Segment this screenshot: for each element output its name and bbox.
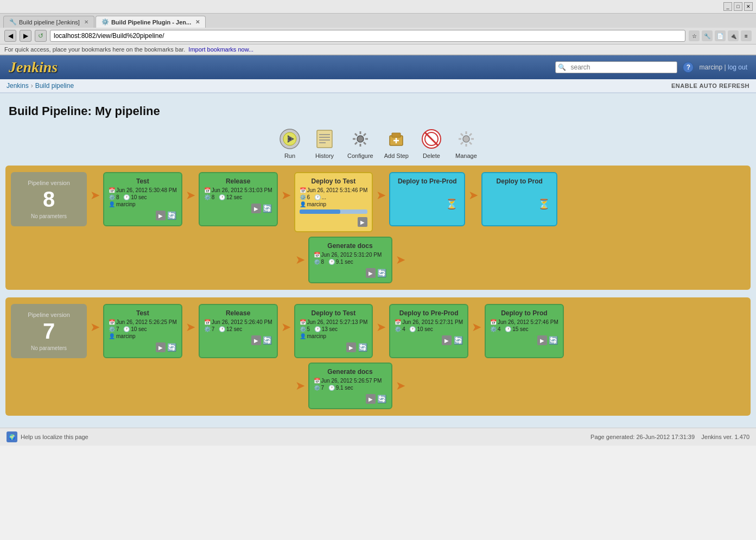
toolbar-run[interactable]: Run <box>278 127 302 159</box>
stage-card-test-1: Test 📅 Jun 26, 2012 5:30:48 PM ⚙️ 8 🕐 10… <box>103 172 182 226</box>
stage-date-test-1: 📅 Jun 26, 2012 5:30:48 PM <box>109 187 177 193</box>
stage-rebuild-prod-2[interactable]: 🔄 <box>549 335 558 345</box>
nav-icons: ☆ 🔧 📄 🔌 ≡ <box>689 30 752 41</box>
toolbar-configure[interactable]: Configure <box>347 127 373 159</box>
bookmark-star-icon[interactable]: ☆ <box>689 30 700 41</box>
page-footer: 🌍 Help us localize this page Page genera… <box>0 428 756 446</box>
stage-console-test-1[interactable]: ▶ <box>156 211 166 220</box>
stage-console-release-2[interactable]: ▶ <box>251 335 261 345</box>
stage-console-deploy-test-2[interactable]: ▶ <box>346 342 356 352</box>
import-bookmarks-link[interactable]: Import bookmarks now... <box>188 46 253 53</box>
stage-meta-prod-2: ⚙️ 4 🕐 15 sec <box>490 326 558 332</box>
run-label: Run <box>284 153 295 159</box>
toolbar-add-step[interactable]: Add Step <box>384 127 409 159</box>
back-button[interactable]: ◀ <box>4 30 16 42</box>
stage-meta-gen-docs-1: ⚙️ 8 🕐 9.1 sec <box>314 259 387 265</box>
stage-card-release-1: Release 📅 Jun 26, 2012 5:31:03 PM ⚙️ 8 🕐… <box>199 172 278 226</box>
stage-title-pre-prod-2: Deploy to Pre-Prod <box>395 309 463 317</box>
stage-rebuild-gen-docs-1[interactable]: 🔄 <box>377 268 387 278</box>
svg-line-17 <box>355 142 357 144</box>
hourglass-pre-prod-1: ⏳ <box>446 198 458 210</box>
tab-favicon-1: 🔧 <box>9 18 17 26</box>
main-content: Build Pipeline: My pipeline Run <box>0 93 756 428</box>
tools-icon[interactable]: 🔧 <box>702 30 713 41</box>
maximize-button[interactable]: □ <box>734 2 742 11</box>
stage-console-release-1[interactable]: ▶ <box>251 204 261 213</box>
stage-console-gen-docs-1[interactable]: ▶ <box>366 268 376 278</box>
stage-console-gen-docs-2[interactable]: ▶ <box>366 394 376 404</box>
manage-icon <box>454 127 478 151</box>
search-input[interactable] <box>568 62 677 73</box>
svg-rect-19 <box>392 133 401 137</box>
stage-console-deploy-test-1[interactable]: ▶ <box>358 217 367 227</box>
svg-line-32 <box>469 134 472 136</box>
stage-meta-pre-prod-2: ⚙️ 4 🕐 10 sec <box>395 326 463 332</box>
tab-bar: 🔧 Build pipeline [Jenkins] ✕ ⚙️ Build Pi… <box>0 14 756 28</box>
breadcrumb-build-pipeline[interactable]: Build pipeline <box>35 82 74 90</box>
stage-card-prod-1: Deploy to Prod ⏳ <box>481 172 557 226</box>
stage-meta-deploy-test-1: ⚙️ 6 🕐 ... <box>300 194 368 200</box>
stage-console-pre-prod-2[interactable]: ▶ <box>442 335 452 345</box>
stage-rebuild-deploy-test-2[interactable]: 🔄 <box>358 342 367 352</box>
add-step-icon <box>384 127 408 151</box>
jenkins-header: Jenkins 🔍 ? marcinp | log out <box>0 55 756 79</box>
stage-card-gen-docs-1: Generate docs 📅 Jun 26, 2012 5:31:20 PM … <box>308 237 392 283</box>
svg-point-9 <box>357 136 364 142</box>
stage-footer-deploy-test-2: ▶ 🔄 <box>300 342 368 352</box>
page-title: Build Pipeline: My pipeline <box>5 99 751 123</box>
forward-button[interactable]: ▶ <box>20 30 31 42</box>
page-icon[interactable]: 📄 <box>715 30 726 41</box>
stage-meta-release-2: ⚙️ 7 🕐 12 sec <box>204 326 272 332</box>
tab-label-2: Build Pipeline Plugin - Jen... <box>111 19 191 26</box>
window-controls[interactable]: _ □ ✕ <box>723 2 753 11</box>
toolbar-history[interactable]: History <box>313 127 336 159</box>
stage-card-prod-2: Deploy to Prod 📅 Jun 26, 2012 5:27:46 PM… <box>485 304 564 358</box>
stage-console-test-2[interactable]: ▶ <box>156 342 166 352</box>
breadcrumb-sep-1: › <box>31 82 33 90</box>
close-button[interactable]: ✕ <box>744 2 753 11</box>
arrow-2-1: ➤ <box>90 320 100 334</box>
arrow-2-2: ➤ <box>186 320 195 334</box>
help-button[interactable]: ? <box>683 62 694 73</box>
logout-link[interactable]: log out <box>728 63 747 71</box>
nav-bar: ◀ ▶ ↺ ☆ 🔧 📄 🔌 ≡ <box>0 28 756 45</box>
extensions-icon[interactable]: 🔌 <box>728 30 739 41</box>
breadcrumb-jenkins[interactable]: Jenkins <box>7 82 29 90</box>
stage-rebuild-release-1[interactable]: 🔄 <box>263 204 272 213</box>
stage-meta-deploy-test-2: ⚙️ 5 🕐 13 sec <box>300 326 368 332</box>
delete-icon <box>420 127 443 151</box>
stage-card-test-2: Test 📅 Jun 26, 2012 5:26:25 PM ⚙️ 7 🕐 10… <box>103 304 182 358</box>
tab-2[interactable]: ⚙️ Build Pipeline Plugin - Jen... ✕ <box>96 16 206 28</box>
address-bar[interactable] <box>50 30 685 42</box>
stage-card-gen-docs-2: Generate docs 📅 Jun 26, 2012 5:26:57 PM … <box>308 363 392 409</box>
no-params-2: No parameters <box>31 345 67 351</box>
stage-rebuild-pre-prod-2[interactable]: 🔄 <box>453 335 463 345</box>
stage-date-gen-docs-1: 📅 Jun 26, 2012 5:31:20 PM <box>314 252 387 258</box>
footer-right: Page generated: 26-Jun-2012 17:31:39 Jen… <box>590 434 749 440</box>
stage-title-deploy-test-2: Deploy to Test <box>300 309 368 317</box>
stage-meta-release-1: ⚙️ 8 🕐 12 sec <box>204 194 272 200</box>
minimize-button[interactable]: _ <box>723 2 732 11</box>
tab-close-2[interactable]: ✕ <box>195 19 200 25</box>
stage-rebuild-release-2[interactable]: 🔄 <box>263 335 272 345</box>
toolbar-manage[interactable]: Manage <box>454 127 478 159</box>
stage-rebuild-gen-docs-2[interactable]: 🔄 <box>377 394 387 404</box>
stage-date-deploy-test-1: 📅 Jun 26, 2012 5:31:46 PM <box>300 187 368 193</box>
search-box: 🔍 <box>555 61 677 73</box>
stage-date-gen-docs-2: 📅 Jun 26, 2012 5:26:57 PM <box>314 378 387 384</box>
tab-1[interactable]: 🔧 Build pipeline [Jenkins] ✕ <box>3 16 94 28</box>
stage-rebuild-test-2[interactable]: 🔄 <box>167 342 177 352</box>
stage-footer-prod-2: ▶ 🔄 <box>490 335 558 345</box>
toolbar-delete[interactable]: Delete <box>420 127 443 159</box>
title-bar: _ □ ✕ <box>0 0 756 14</box>
stage-console-prod-2[interactable]: ▶ <box>537 335 547 345</box>
stage-rebuild-test-1[interactable]: 🔄 <box>167 211 177 220</box>
tab-close-1[interactable]: ✕ <box>84 19 88 25</box>
arrow-gen-docs-2: ➤ <box>295 379 305 393</box>
refresh-button[interactable]: ↺ <box>35 30 47 42</box>
arrow-2-3: ➤ <box>281 320 291 334</box>
chrome-menu-icon[interactable]: ≡ <box>741 30 752 41</box>
history-label: History <box>315 153 334 159</box>
auto-refresh-button[interactable]: ENABLE AUTO REFRESH <box>671 82 749 89</box>
svg-line-14 <box>355 134 357 136</box>
